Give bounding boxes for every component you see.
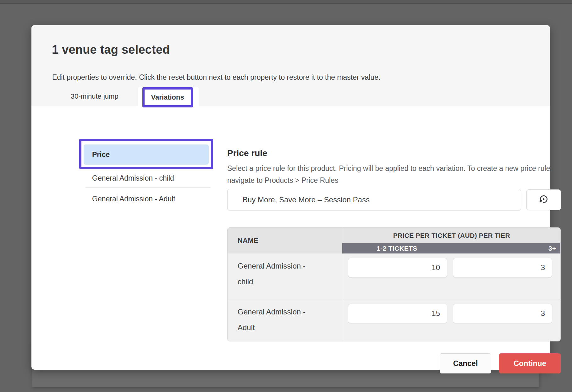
restore-icon	[539, 194, 549, 205]
price-input-child-tier1[interactable]	[348, 258, 447, 277]
row-name-cell: General Admission - child	[228, 253, 342, 299]
row-name-ga-adult: General Admission - Adult	[238, 304, 316, 335]
tier-header-1-2-tickets: 1-2 TICKETS	[342, 245, 452, 252]
dialog-header: 1 venue tag selected Edit properties to …	[31, 25, 550, 106]
tab-bar: 30-minute jump Variations	[61, 87, 199, 106]
tier-header-bar: 1-2 TICKETS 3+	[342, 243, 561, 253]
tab-30-minute-jump[interactable]: 30-minute jump	[61, 87, 128, 106]
sidebar-divider	[85, 187, 211, 188]
price-input-child-tier2[interactable]	[453, 258, 552, 277]
price-input-adult-tier2[interactable]	[453, 304, 552, 323]
tab-variations-label: Variations	[151, 93, 184, 101]
table-row-ga-child: General Admission - child	[228, 253, 561, 299]
row-name-ga-child: General Admission - child	[238, 258, 316, 290]
modal-overlay: 1 venue tag selected Edit properties to …	[0, 0, 572, 392]
price-rule-heading: Price rule	[227, 148, 267, 158]
price-rule-description: Select a price rule for this product. Pr…	[227, 162, 556, 186]
column-header-price-per-ticket: PRICE PER TICKET (AUD) PER TIER	[342, 228, 561, 243]
sidebar-item-ga-adult[interactable]: General Admission - Adult	[92, 195, 175, 203]
column-header-name: NAME	[228, 228, 342, 253]
venue-tag-dialog: 1 venue tag selected Edit properties to …	[31, 25, 550, 370]
background-top-bar	[0, 0, 572, 4]
table-row-ga-adult: General Admission - Adult	[228, 299, 561, 341]
cancel-button[interactable]: Cancel	[440, 353, 491, 373]
dialog-subtitle: Edit properties to override. Click the r…	[52, 73, 380, 82]
sidebar-item-price[interactable]: Price	[84, 144, 209, 165]
price-input-adult-tier1[interactable]	[348, 304, 447, 323]
sidebar-item-ga-child[interactable]: General Admission - child	[92, 174, 174, 182]
tab-variations[interactable]: Variations	[138, 87, 199, 106]
price-tier-table: NAME PRICE PER TICKET (AUD) PER TIER 1-2…	[227, 227, 561, 341]
row-name-cell: General Admission - Adult	[228, 299, 342, 341]
dialog-title: 1 venue tag selected	[52, 43, 170, 57]
continue-button[interactable]: Continue	[499, 353, 561, 373]
price-rule-select[interactable]	[227, 189, 521, 210]
reset-button[interactable]	[526, 189, 561, 210]
tier-header-3-plus: 3+	[452, 245, 561, 252]
annotation-highlight-variations: Variations	[142, 87, 193, 107]
